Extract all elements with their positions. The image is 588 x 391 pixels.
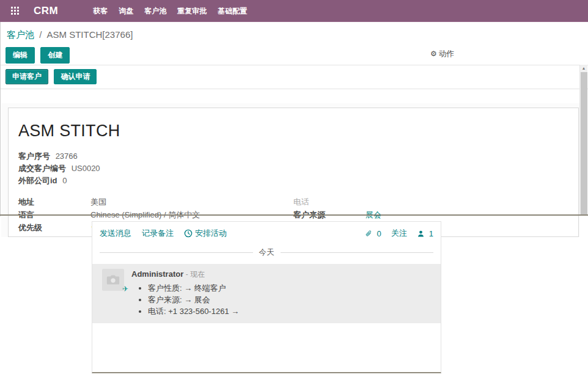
attachments-button[interactable]: 0 [365,229,381,238]
message-author[interactable]: Administrator [131,269,183,279]
address-value: 美国 [90,196,106,208]
content-region: 客户池 / ASM STITCH[23766] 编辑 创建 ⚙动作 申请客户 确… [0,22,588,216]
scrollbar-up-arrow-icon[interactable]: ▲ [580,65,587,72]
deal-customer-code-label: 成交客户编号 [18,164,66,173]
message-body: Administrator - 现在 客户性质: → 终端客户 客户来源: → … [131,269,239,317]
statusbar: 申请客户 确认申请 [1,65,588,89]
follow-button[interactable]: 关注 [391,228,407,239]
form-view-background: ASM STITCH 客户序号 23766 成交客户编号 US0020 外部公司… [1,103,580,237]
form-region-bottom-edge [0,214,588,216]
menu-duplicate-review[interactable]: 重复审批 [172,0,212,22]
date-divider: 今天 [100,247,433,258]
date-divider-label: 今天 [253,247,281,258]
action-menu-label: 动作 [439,49,454,58]
avatar: ✈ [102,269,124,291]
follower-person-icon [417,230,425,238]
create-button[interactable]: 创建 [40,47,70,64]
avatar-placeholder [102,269,124,291]
divider-line [281,252,434,253]
breadcrumb: 客户池 / ASM STITCH[23766] [1,22,588,42]
tracking-item: 客户性质: → 终端客户 [148,282,239,294]
menu-basic-config[interactable]: 基础配置 [212,0,252,22]
apps-menu-icon[interactable] [11,7,19,15]
record-sheet: ASM STITCH 客户序号 23766 成交客户编号 US0020 外部公司… [8,108,579,237]
crm-app-window: CRM 获客 询盘 客户池 重复审批 基础配置 客户池 / ASM STITCH… [0,0,588,391]
tracking-item: 客户来源: → 展会 [148,294,239,305]
chatter-message: ✈ Administrator - 现在 客户性质: → 终端客户 客户来源: … [92,264,441,323]
schedule-activity-label: 安排活动 [195,228,227,239]
deal-customer-code-value: US0020 [72,164,100,173]
chatter-toolbar: 发送消息 记录备注 安排活动 0 关注 1 [92,222,441,241]
gear-icon: ⚙ [430,49,437,58]
external-company-id-row: 外部公司id 0 [18,175,568,187]
tracking-changes-list: 客户性质: → 终端客户 客户来源: → 展会 电话: +1 323-560-1… [148,282,239,317]
schedule-activity-button[interactable]: 安排活动 [184,228,227,239]
confirm-request-button[interactable]: 确认申请 [54,69,97,84]
request-customer-button[interactable]: 申请客户 [6,69,48,84]
attachment-count: 0 [377,229,381,238]
scrollbar-thumb[interactable] [581,72,587,214]
tracking-item: 电话: +1 323-560-1261 → [148,305,239,317]
customer-no-row: 客户序号 23766 [18,150,568,163]
camera-icon [105,272,121,288]
chatter-panel: 发送消息 记录备注 安排活动 0 关注 1 今天 [92,221,441,373]
paperclip-icon [365,230,373,238]
external-company-id-label: 外部公司id [18,176,57,185]
chatter-toolbar-right: 0 关注 1 [355,228,433,239]
menu-inquiry[interactable]: 询盘 [113,0,139,22]
message-timestamp: - 现在 [186,270,205,279]
customer-no-label: 客户序号 [18,152,50,161]
vertical-scrollbar[interactable]: ▲ [579,65,587,214]
deal-customer-code-row: 成交客户编号 US0020 [18,163,568,175]
address-row: 地址 美国 [18,196,293,208]
menu-lead-acquisition[interactable]: 获客 [87,0,113,22]
menu-customer-pool[interactable]: 客户池 [139,0,172,22]
control-panel: 编辑 创建 ⚙动作 [1,42,588,65]
phone-label: 电话 [293,196,366,208]
deal-tag-label: 成交标签 [18,234,90,237]
top-navbar: CRM 获客 询盘 客户池 重复审批 基础配置 [0,0,588,22]
breadcrumb-current: ASM STITCH[23766] [47,29,133,40]
send-message-button[interactable]: 发送消息 [100,228,131,239]
divider-line [100,252,253,253]
clock-icon [184,229,193,238]
breadcrumb-separator: / [37,29,44,40]
action-menu-button[interactable]: ⚙动作 [430,49,454,59]
customer-no-value: 23766 [56,152,78,161]
record-title: ASM STITCH [18,122,568,141]
top-menu: 获客 询盘 客户池 重复审批 基础配置 [87,0,252,22]
priority-label: 优先级 [18,221,90,234]
external-company-id-value: 0 [62,176,67,185]
log-note-button[interactable]: 记录备注 [142,228,174,239]
tracking-plane-icon: ✈ [122,285,128,293]
breadcrumb-parent-link[interactable]: 客户池 [7,29,34,40]
phone-row: 电话 [293,196,568,208]
message-header: Administrator - 现在 [131,269,239,280]
edit-button[interactable]: 编辑 [6,47,35,64]
address-label: 地址 [18,196,90,208]
follower-count: 1 [429,229,433,238]
app-brand[interactable]: CRM [34,5,58,17]
followers-button[interactable]: 1 [417,229,433,238]
